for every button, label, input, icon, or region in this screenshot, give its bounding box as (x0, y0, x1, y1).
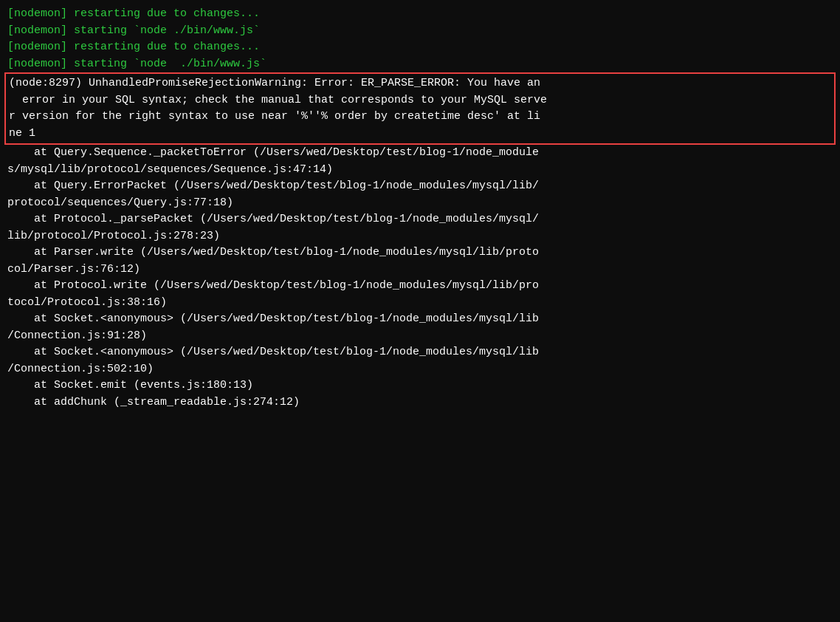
stack-line-15: at addChunk (_stream_readable.js:274:12) (0, 394, 840, 411)
stack-line-2: at Query.ErrorPacket (/Users/wed/Desktop… (0, 178, 840, 195)
stack-line-10: at Socket.<anonymous> (/Users/wed/Deskto… (0, 311, 840, 328)
stack-line-1: s/mysql/lib/protocol/sequences/Sequence.… (0, 162, 840, 179)
stack-line-13: /Connection.js:502:10) (0, 361, 840, 378)
stack-line-0: at Query.Sequence._packetToError (/Users… (0, 145, 840, 162)
nodemon-line-1: [nodemon] restarting due to changes... (0, 6, 840, 23)
error-line-4: ne 1 (9, 126, 831, 143)
stack-line-5: lib/protocol/Protocol.js:278:23) (0, 228, 840, 245)
stack-line-4: at Protocol._parsePacket (/Users/wed/Des… (0, 211, 840, 228)
stack-line-7: col/Parser.js:76:12) (0, 262, 840, 278)
error-line-2: error in your SQL syntax; check the manu… (9, 92, 831, 109)
terminal-window: [nodemon] restarting due to changes... [… (0, 0, 840, 622)
error-highlight-box: (node:8297) UnhandledPromiseRejectionWar… (4, 72, 836, 145)
error-line-3: r version for the right syntax to use ne… (9, 109, 831, 126)
error-line-1: (node:8297) UnhandledPromiseRejectionWar… (9, 75, 831, 92)
stack-line-6: at Parser.write (/Users/wed/Desktop/test… (0, 245, 840, 262)
nodemon-line-3: [nodemon] restarting due to changes... (0, 39, 840, 56)
stack-line-9: tocol/Protocol.js:38:16) (0, 295, 840, 312)
nodemon-line-2: [nodemon] starting `node ./bin/www.js` (0, 23, 840, 40)
stack-line-14: at Socket.emit (events.js:180:13) (0, 377, 840, 394)
stack-line-11: /Connection.js:91:28) (0, 328, 840, 345)
stack-line-3: protocol/sequences/Query.js:77:18) (0, 195, 840, 212)
nodemon-line-4: [nodemon] starting `node ./bin/www.js` (0, 56, 840, 73)
stack-line-12: at Socket.<anonymous> (/Users/wed/Deskto… (0, 344, 840, 361)
stack-line-8: at Protocol.write (/Users/wed/Desktop/te… (0, 278, 840, 295)
stack-trace-block: at Query.Sequence._packetToError (/Users… (0, 145, 840, 411)
